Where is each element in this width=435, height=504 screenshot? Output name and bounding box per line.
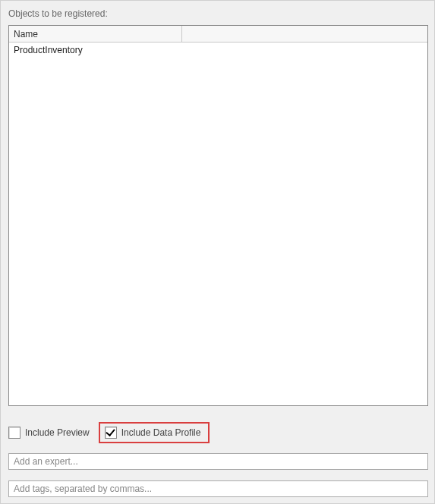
include-data-profile-label: Include Data Profile: [121, 427, 201, 438]
table-row[interactable]: ProductInventory: [9, 43, 427, 58]
expert-input[interactable]: [8, 453, 428, 470]
register-objects-panel: Objects to be registered: Name ProductIn…: [0, 0, 435, 504]
column-header-spacer: [182, 26, 427, 42]
options-row: Include Preview Include Data Profile: [8, 420, 428, 446]
tags-input[interactable]: [8, 480, 428, 497]
panel-heading: Objects to be registered:: [8, 8, 428, 19]
include-preview-checkbox[interactable]: [8, 427, 20, 439]
table-header: Name: [9, 26, 427, 43]
objects-table: Name ProductInventory: [8, 25, 428, 406]
column-header-name[interactable]: Name: [9, 26, 182, 42]
table-body: ProductInventory: [9, 43, 427, 405]
include-data-profile-option[interactable]: Include Data Profile: [99, 422, 210, 443]
include-preview-option[interactable]: Include Preview: [8, 424, 96, 442]
include-preview-label: Include Preview: [25, 427, 90, 438]
include-data-profile-checkbox[interactable]: [105, 427, 117, 439]
